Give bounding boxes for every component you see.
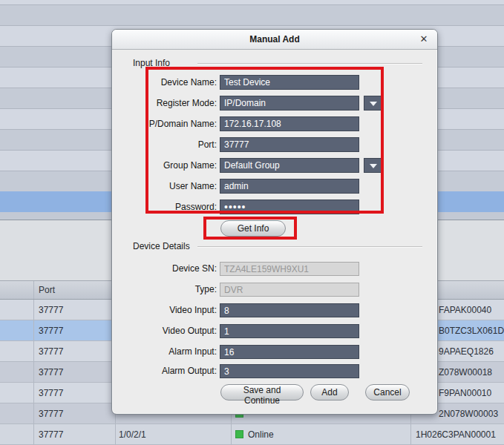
status-label: Online — [248, 429, 274, 440]
ip-domain-field: IP/Domain Name: — [133, 116, 422, 131]
port-cell: 37777 — [34, 424, 116, 444]
ip-domain-input[interactable] — [220, 116, 359, 131]
channel-cell: 1/0/2/1 — [116, 424, 232, 444]
group-name-select[interactable]: Default Group — [220, 158, 359, 173]
input-info-section-label: Input Info — [133, 58, 170, 68]
group-name-value: Default Group — [224, 160, 280, 171]
user-name-label: User Name: — [133, 179, 217, 194]
add-button[interactable]: Add — [310, 384, 349, 400]
port-cell: 37777 — [34, 341, 116, 361]
dialog-title: Manual Add — [249, 34, 300, 44]
group-name-label: Group Name: — [133, 158, 217, 173]
status-cell: Online — [232, 424, 411, 444]
alarm-output-label: Alarm Output: — [133, 364, 217, 378]
port-input[interactable] — [220, 137, 359, 152]
device-sn-field: Device SN: — [133, 262, 422, 276]
online-status-icon — [235, 430, 243, 438]
checkbox-cell — [0, 403, 34, 423]
table-row[interactable]: 37777 1/0/2/1 Online 1H026C3PAN00001 — [0, 424, 504, 445]
video-input-label: Video Input: — [133, 303, 217, 317]
video-input-field: Video Input: — [133, 303, 422, 317]
port-cell: 37777 — [34, 320, 116, 340]
close-icon[interactable]: ✕ — [417, 30, 431, 49]
section-divider — [197, 246, 422, 248]
cancel-button[interactable]: Cancel — [365, 384, 410, 400]
checkbox-cell — [0, 300, 34, 320]
port-field: Port: — [133, 137, 422, 152]
get-info-button[interactable]: Get Info — [220, 220, 286, 237]
port-column-header: Port — [34, 281, 116, 299]
alarm-input-field: Alarm Input: — [133, 345, 422, 359]
alarm-output-input[interactable] — [220, 364, 359, 378]
port-cell: 37777 — [34, 383, 116, 403]
type-field: Type: — [133, 283, 422, 297]
device-details-section-label: Device Details — [133, 241, 190, 251]
group-name-field: Group Name: Default Group — [133, 158, 422, 173]
register-mode-field: Register Mode: IP/Domain — [133, 96, 422, 111]
checkbox-cell — [0, 320, 34, 340]
alarm-input-input[interactable] — [220, 345, 359, 359]
alarm-input-label: Alarm Input: — [133, 345, 217, 359]
register-mode-value: IP/Domain — [224, 98, 266, 108]
type-input — [220, 283, 359, 297]
device-name-field: Device Name: — [133, 75, 422, 90]
app-window: Port 37777 FAPAK00040 37777 B0TZC3LX061D… — [0, 0, 504, 445]
video-output-label: Video Output: — [133, 324, 217, 338]
password-input[interactable] — [220, 200, 359, 214]
port-cell: 37777 — [34, 300, 116, 320]
register-mode-label: Register Mode: — [133, 96, 217, 111]
alarm-output-field: Alarm Output: — [133, 364, 422, 378]
checkbox-cell — [0, 383, 34, 403]
user-name-field: User Name: — [133, 179, 422, 194]
port-cell: 37777 — [34, 362, 116, 382]
section-divider — [197, 63, 422, 65]
chevron-down-icon[interactable] — [364, 96, 383, 111]
device-sn-label: Device SN: — [133, 262, 217, 276]
dialog-titlebar: Manual Add ✕ — [112, 30, 437, 50]
video-output-field: Video Output: — [133, 324, 422, 338]
video-output-input[interactable] — [220, 324, 359, 338]
device-sn-input — [220, 262, 359, 276]
checkbox-cell — [0, 341, 34, 361]
user-name-input[interactable] — [220, 179, 359, 194]
device-name-label: Device Name: — [133, 75, 217, 90]
checkbox-cell — [0, 362, 34, 382]
save-and-continue-button[interactable]: Save and Continue — [220, 384, 304, 400]
manual-add-dialog: Manual Add ✕ Input Info Device Name: Reg… — [111, 29, 438, 415]
checkbox-cell — [0, 424, 34, 444]
header-cell-empty — [0, 281, 34, 299]
password-label: Password: — [133, 200, 217, 214]
video-input-input[interactable] — [220, 303, 359, 317]
type-label: Type: — [133, 283, 217, 297]
chevron-down-icon[interactable] — [364, 158, 383, 173]
password-field: Password: — [133, 200, 422, 214]
register-mode-select[interactable]: IP/Domain — [220, 96, 359, 111]
ip-domain-label: IP/Domain Name: — [133, 116, 217, 131]
port-label: Port: — [133, 137, 217, 152]
sn-cell: 1H026C3PAN00001 — [411, 424, 504, 444]
port-cell: 37777 — [34, 403, 116, 423]
device-name-input[interactable] — [220, 75, 359, 90]
